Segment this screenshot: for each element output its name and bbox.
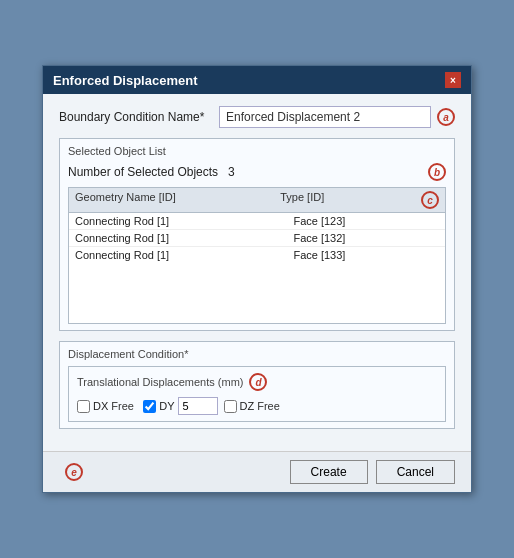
badge-b: b: [428, 163, 446, 181]
dx-group: DX Free: [77, 400, 137, 413]
count-value: 3: [228, 165, 422, 179]
selected-objects-section: Selected Object List Number of Selected …: [59, 138, 455, 331]
cell-geometry: Connecting Rod [1]: [75, 232, 293, 244]
dz-label: DZ: [240, 400, 255, 412]
trans-title: Translational Displacements (mm) d: [77, 373, 437, 391]
table-row: Connecting Rod [1] Face [123]: [69, 213, 445, 230]
badge-d: d: [249, 373, 267, 391]
cell-type: Face [132]: [293, 232, 439, 244]
displacement-title: Displacement Condition*: [68, 348, 446, 360]
badge-e: e: [65, 463, 83, 481]
dialog-titlebar: Enforced Displacement ×: [43, 66, 471, 94]
col-geometry-header: Geometry Name [ID]: [75, 191, 280, 209]
dy-group: DY: [143, 397, 217, 415]
col-type-header: Type [ID]: [280, 191, 417, 209]
count-row: Number of Selected Objects 3 b: [68, 163, 446, 181]
dy-label: DY: [159, 400, 174, 412]
dy-input[interactable]: [178, 397, 218, 415]
displacement-section: Displacement Condition* Translational Di…: [59, 341, 455, 429]
dialog-footer: e Create Cancel: [43, 451, 471, 492]
cell-type: Face [133]: [293, 249, 439, 261]
badge-a: a: [437, 108, 455, 126]
dz-checkbox[interactable]: [224, 400, 237, 413]
table-row: Connecting Rod [1] Face [133]: [69, 247, 445, 263]
boundary-condition-label: Boundary Condition Name*: [59, 110, 219, 124]
dx-value: Free: [111, 400, 137, 412]
dialog-title: Enforced Displacement: [53, 73, 198, 88]
boundary-condition-row: Boundary Condition Name* a: [59, 106, 455, 128]
dx-label: DX: [93, 400, 108, 412]
badge-c: c: [421, 191, 439, 209]
table-body: Connecting Rod [1] Face [123] Connecting…: [69, 213, 445, 323]
boundary-condition-input[interactable]: [219, 106, 431, 128]
dy-checkbox[interactable]: [143, 400, 156, 413]
table-row: Connecting Rod [1] Face [132]: [69, 230, 445, 247]
close-button[interactable]: ×: [445, 72, 461, 88]
dz-group: DZ Free: [224, 400, 284, 413]
dz-value: Free: [257, 400, 283, 412]
cell-geometry: Connecting Rod [1]: [75, 215, 293, 227]
count-label: Number of Selected Objects: [68, 165, 218, 179]
cancel-button[interactable]: Cancel: [376, 460, 455, 484]
trans-title-text: Translational Displacements (mm): [77, 376, 243, 388]
create-button[interactable]: Create: [290, 460, 368, 484]
objects-table: Geometry Name [ID] Type [ID] c Connectin…: [68, 187, 446, 324]
dx-checkbox[interactable]: [77, 400, 90, 413]
table-header: Geometry Name [ID] Type [ID] c: [69, 188, 445, 213]
displacement-inputs-row: DX Free DY DZ Free: [77, 397, 437, 415]
cell-type: Face [123]: [293, 215, 439, 227]
selected-objects-title: Selected Object List: [68, 145, 446, 157]
dialog-body: Boundary Condition Name* a Selected Obje…: [43, 94, 471, 451]
translational-box: Translational Displacements (mm) d DX Fr…: [68, 366, 446, 422]
cell-geometry: Connecting Rod [1]: [75, 249, 293, 261]
enforced-displacement-dialog: Enforced Displacement × Boundary Conditi…: [42, 65, 472, 493]
